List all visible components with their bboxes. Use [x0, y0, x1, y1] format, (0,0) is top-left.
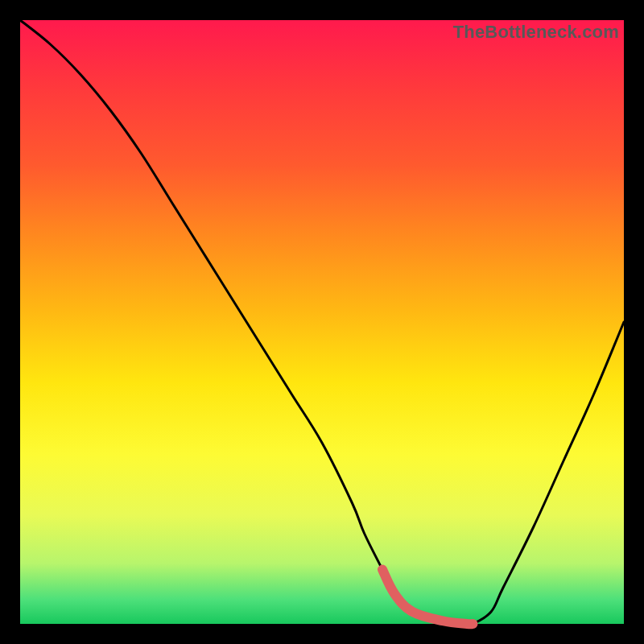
sweet-spot-highlight	[382, 570, 473, 625]
bottleneck-curve	[20, 20, 624, 625]
chart-svg	[20, 20, 624, 624]
chart-container: TheBottleneck.com	[0, 0, 644, 644]
plot-area: TheBottleneck.com	[20, 20, 624, 624]
